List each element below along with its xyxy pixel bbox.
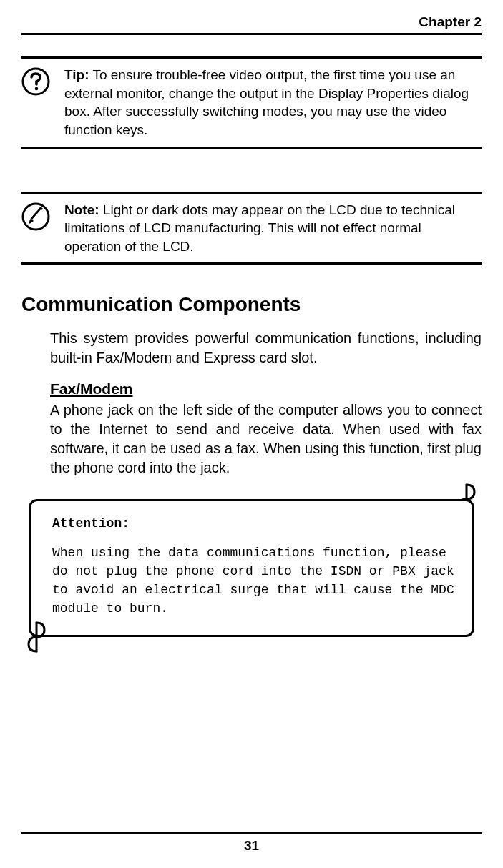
sub-body: A phone jack on the left side of the com… — [50, 400, 482, 478]
tip-text-block: Tip: To ensure trouble-free video output… — [64, 66, 482, 139]
chapter-label: Chapter 2 — [419, 14, 482, 29]
tip-callout: Tip: To ensure trouble-free video output… — [21, 56, 482, 149]
attention-label: Attention: — [52, 514, 458, 533]
page-number: 31 — [244, 838, 259, 853]
scroll-curl-icon — [26, 621, 47, 653]
note-label: Note: — [64, 202, 99, 217]
note-icon — [21, 202, 50, 234]
attention-text: When using the data communications funct… — [52, 543, 458, 618]
tip-icon — [21, 67, 50, 99]
page-header: Chapter 2 — [21, 14, 482, 35]
attention-content: Attention: When using the data communica… — [29, 499, 474, 636]
sub-heading: Fax/Modem — [50, 380, 482, 398]
attention-scroll: Attention: When using the data communica… — [29, 499, 474, 636]
svg-point-2 — [23, 204, 49, 230]
section-intro: This system provides powerful communicat… — [50, 329, 482, 368]
section-heading: Communication Components — [21, 293, 482, 316]
svg-point-1 — [35, 87, 39, 91]
note-callout: Note: Light or dark dots may appear on t… — [21, 192, 482, 265]
tip-label: Tip: — [64, 67, 89, 82]
page-footer: 31 — [21, 832, 482, 854]
note-text-block: Note: Light or dark dots may appear on t… — [64, 201, 482, 256]
note-body: Light or dark dots may appear on the LCD… — [64, 202, 455, 254]
tip-body: To ensure trouble-free video output, the… — [64, 67, 469, 137]
